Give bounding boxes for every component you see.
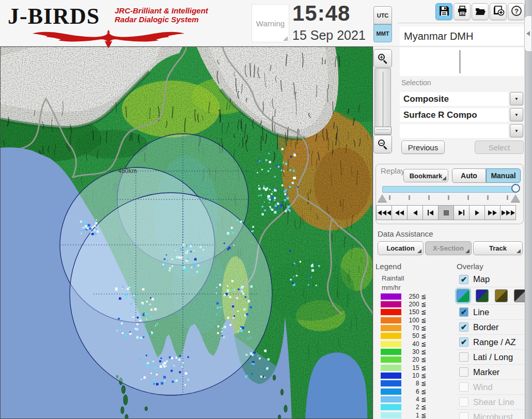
save-button[interactable] [435,3,452,20]
step-backward-button[interactable] [423,205,439,220]
overlay-label: Marker [473,367,499,377]
step-forward-icon [463,210,464,215]
bookmark-button[interactable]: Bookmark [403,169,448,182]
zoom-in-button[interactable]: + [373,49,392,68]
terrain-map: 450km [1,47,373,419]
clock-date: 15 Sep 2021 [292,28,366,43]
utc-button[interactable]: UTC [373,6,392,24]
legend-row: 50 ≦ [381,332,426,340]
legend-color-swatch [381,309,401,315]
warning-button[interactable]: Warning [252,4,289,42]
rewind-icon [395,210,399,215]
timeline-start-marker[interactable] [378,194,387,202]
legend-row: 4 ≦ [381,395,426,403]
timeline-tick [409,195,410,200]
replay-timeline-track[interactable] [382,186,517,193]
fastest-icon [511,210,515,215]
option-dropdown[interactable] [400,124,508,138]
fast-rewind-icon [378,210,382,215]
track-button[interactable]: Track [473,241,523,255]
overlay-label: Border [473,322,499,332]
svg-text:?: ? [514,7,519,14]
category-dropdown-arrow[interactable]: ▼ [510,92,523,105]
legend-color-swatch [381,317,401,323]
product-dropdown-arrow[interactable]: ▼ [510,108,523,121]
overlay-row-range-az: ✔Range / AZ [457,334,524,349]
open-folder-icon [475,5,486,19]
auto-mode-button[interactable]: Auto [452,168,486,183]
select-button[interactable]: Select [475,141,524,154]
overlay-label: Shear Line [473,397,514,407]
step-forward-button[interactable] [453,205,470,220]
selection-label: Selection [401,79,431,87]
timeline-end-marker[interactable] [511,194,520,202]
fastest-icon [502,210,506,215]
legend-color-swatch [381,349,401,355]
legend-value-label: 2 ≦ [401,404,426,411]
legend-color-swatch [381,333,401,339]
manual-mode-button[interactable]: Manual [486,168,521,183]
legend-value-label: 8 ≦ [401,380,426,387]
category-dropdown[interactable]: Composite [400,92,508,106]
legend-color-swatch [381,301,401,307]
option-dropdown-arrow[interactable]: ▼ [510,124,523,137]
app-logo: J-BIRDS JRC-Brilliant & Intelligent Rada… [5,2,212,45]
print-button[interactable] [453,3,471,20]
zoom-slider-handle[interactable] [374,127,392,135]
border-checkbox[interactable]: ✔ [459,322,468,332]
fast-forward-button[interactable] [484,205,500,220]
rewind-button[interactable] [392,205,408,220]
station-display-box[interactable] [400,48,524,76]
organization-box: Myanmar DMH [400,26,524,46]
replay-timeline-handle[interactable] [511,184,520,193]
legend-row: 200 ≦ [381,300,426,308]
radar-map-viewport[interactable]: 450km [0,46,373,419]
open-folder-button[interactable] [472,3,489,20]
stop-button[interactable] [438,205,454,220]
overlay-label: Map [473,274,490,284]
wind-checkbox [459,382,468,392]
play-reverse-button[interactable] [407,205,423,220]
fastest-button[interactable] [500,205,516,220]
legend-scale: 250 ≦200 ≦150 ≦100 ≦70 ≦50 ≦40 ≦30 ≦20 ≦… [381,292,426,419]
legend-value-label: 70 ≦ [401,324,426,332]
range-az-checkbox[interactable]: ✔ [459,337,468,347]
marker-checkbox[interactable] [459,367,468,377]
lati-long-checkbox[interactable] [459,352,468,362]
zoom-out-button[interactable]: − [373,135,392,153]
panel-collapse-tab[interactable] [524,15,531,52]
fast-forward-icon [493,210,497,215]
help-button[interactable]: ? [508,3,525,20]
map-style-swatch-1[interactable] [457,289,470,302]
x-section-button[interactable]: X-Section [425,241,472,255]
timeline-tick [487,195,489,200]
export-add-button[interactable] [490,3,507,20]
mmt-button[interactable]: MMT [373,24,392,42]
legend-row: 6 ≦ [381,387,426,395]
line-checkbox[interactable]: ✔ [459,307,468,317]
overlay-row-shear-line: Shear Line [457,394,524,409]
logo-title: J-BIRDS [8,3,100,29]
play-button[interactable] [469,205,485,220]
microburst-checkbox [459,412,468,419]
legend-color-swatch [381,356,401,363]
overlay-label: Line [473,307,489,317]
divider [398,23,524,23]
zoom-slider-track[interactable] [374,68,391,134]
location-button[interactable]: Location [378,241,424,255]
map-style-swatch-3[interactable] [495,289,508,302]
magnifier-minus-icon: − [378,139,388,149]
product-dropdown[interactable]: Surface R Compo [400,108,508,122]
overlay-row-lati-long: Lati / Long [457,349,524,364]
cursor-line [460,50,460,73]
map-style-swatch-2[interactable] [476,289,489,302]
previous-button[interactable]: Previous [401,141,445,154]
panel-collapse-strip[interactable] [525,0,532,419]
timeline-tick [448,195,449,200]
map-checkbox[interactable]: ✔ [459,275,468,284]
export-add-icon [492,5,505,19]
fast-rewind-button[interactable] [376,205,392,220]
map-style-swatches [457,287,524,304]
legend-color-swatch [381,341,401,347]
overlay-title: Overlay [457,262,483,271]
